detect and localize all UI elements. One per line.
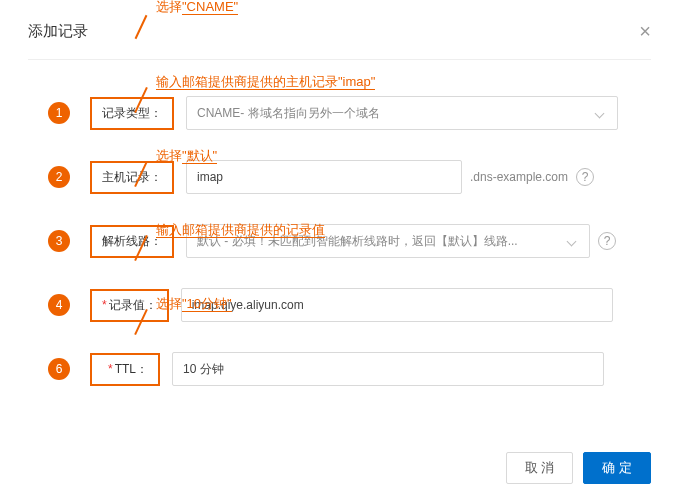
help-icon[interactable]: ? <box>598 232 616 250</box>
annotation-3: 选择"默认" <box>156 147 217 165</box>
step-badge-4: 4 <box>48 294 70 316</box>
row-record-value: 4 *记录值： imap.qiye.aliyun.com <box>48 288 651 322</box>
label-record-type: 记录类型： <box>90 97 174 130</box>
modal-footer: 取 消 确 定 <box>506 452 651 484</box>
help-icon[interactable]: ? <box>576 168 594 186</box>
record-type-select[interactable]: CNAME- 将域名指向另外一个域名 <box>186 96 618 130</box>
step-badge-6: 6 <box>48 358 70 380</box>
ttl-select[interactable]: 10 分钟 <box>172 352 604 386</box>
label-ttl: *TTL： <box>90 353 160 386</box>
chevron-down-icon <box>567 236 577 246</box>
annotation-2: 输入邮箱提供商提供的主机记录"imap" <box>156 73 375 91</box>
ttl-value: 10 分钟 <box>183 361 224 378</box>
form-body: 选择"CNAME" 1 记录类型： CNAME- 将域名指向另外一个域名 输入邮… <box>28 60 651 386</box>
modal-title: 添加记录 <box>28 22 88 41</box>
host-record-input[interactable]: imap <box>186 160 462 194</box>
host-record-value: imap <box>197 170 223 184</box>
row-ttl: 6 *TTL： 10 分钟 <box>48 352 651 386</box>
annotation-6: 选择"10分钟" <box>156 295 232 313</box>
step-badge-1: 1 <box>48 102 70 124</box>
cancel-button[interactable]: 取 消 <box>506 452 574 484</box>
record-value-input[interactable]: imap.qiye.aliyun.com <box>181 288 613 322</box>
host-record-suffix: .dns-example.com <box>470 170 568 184</box>
annotation-1: 选择"CNAME" <box>156 0 238 16</box>
add-record-modal: 添加记录 × 选择"CNAME" 1 记录类型： CNAME- 将域名指向另外一… <box>0 0 679 406</box>
record-type-placeholder: CNAME- 将域名指向另外一个域名 <box>197 105 380 122</box>
modal-header: 添加记录 × <box>28 20 651 60</box>
annotation-4: 输入邮箱提供商提供的记录值 <box>156 221 325 239</box>
step-badge-3: 3 <box>48 230 70 252</box>
label-host-record: 主机记录： <box>90 161 174 194</box>
close-icon[interactable]: × <box>639 20 651 43</box>
chevron-down-icon <box>595 108 605 118</box>
step-badge-2: 2 <box>48 166 70 188</box>
confirm-button[interactable]: 确 定 <box>583 452 651 484</box>
